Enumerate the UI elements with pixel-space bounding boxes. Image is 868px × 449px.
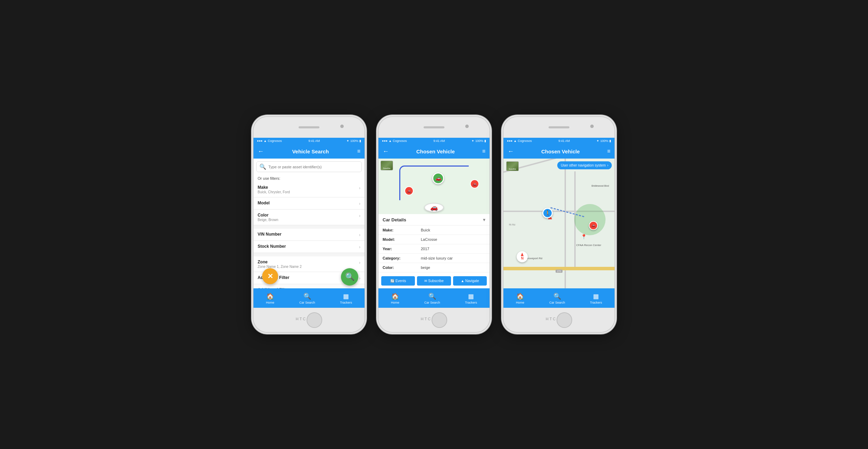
status-time-3: 9:41 AM (558, 139, 570, 143)
tab-trackers-2[interactable]: ▦ Trackers (465, 293, 477, 304)
car-thumbnail: 🚗 (424, 203, 444, 212)
highway-label: 270 (556, 270, 562, 273)
tab-home-3[interactable]: 🏠 Home (516, 293, 524, 304)
detail-value-year: 2017 (421, 247, 429, 251)
tab-home-2[interactable]: 🏠 Home (391, 293, 399, 304)
page-title-3: Chosen Vehicle (541, 149, 580, 154)
carrier-name-3: Cognosos (518, 139, 532, 143)
vehicle-pin-red-2: 🚗 (470, 179, 479, 188)
vehicle-pin-green: 🚗 (432, 172, 444, 184)
tab-bar-2: 🏠 Home 🔍 Car Search ▦ Trackers (378, 288, 490, 308)
filter-make[interactable]: Make Buick, Chrysler, Ford › (253, 182, 365, 197)
tab-trackers-3[interactable]: ▦ Trackers (590, 293, 602, 304)
bluetooth-icon-2: ✦ (471, 139, 474, 143)
navigate-button[interactable]: ▲ Navigate (453, 276, 487, 286)
home-button-3[interactable] (557, 312, 572, 328)
map-area-3: Satellite User other navigation system ›… (503, 159, 615, 288)
filter-model-title: Model (258, 201, 270, 205)
page-title-1: Vehicle Search (292, 149, 329, 154)
tab-trackers-1[interactable]: ▦ Trackers (340, 293, 352, 304)
search-icon-2: 🔍 (428, 293, 436, 300)
action-buttons: 🔄 Events ✉ Subscribe ▲ Navigate (378, 273, 490, 288)
compass-rose: N (517, 251, 528, 262)
status-left: ●●● ▲ Cognosos (257, 139, 282, 143)
detail-row-make: Make: Buick (378, 226, 490, 235)
navigate-label: Navigate (465, 279, 479, 283)
phone-3-speaker (549, 126, 569, 128)
filter-make-title: Make (258, 185, 290, 190)
events-button[interactable]: 🔄 Events (381, 276, 415, 286)
phone-brand-1: htc (296, 317, 307, 321)
tab-trackers-label-1: Trackers (340, 301, 352, 304)
use-other-navigation-button[interactable]: User other navigation system › (557, 161, 612, 169)
battery-level-2: 100% (475, 139, 483, 143)
signal-icon-2: ●●● (382, 139, 387, 143)
detail-label-make: Make: (383, 228, 421, 232)
filter-model-arrow: › (359, 201, 360, 206)
tab-home-label-3: Home (516, 301, 524, 304)
status-right-2: ✦ 100% ▮ (471, 139, 486, 143)
detail-value-make: Buick (421, 228, 430, 232)
search-box[interactable]: 🔍 (256, 161, 362, 172)
bridlewood-label: Bridlewood Blvd (592, 185, 609, 187)
groveport-label: Groveport Rd (526, 257, 542, 260)
menu-button-1[interactable]: ≡ (357, 148, 360, 154)
detail-value-color: beige (421, 265, 430, 270)
trackers-icon-1: ▦ (343, 293, 349, 300)
filter-make-subtitle: Buick, Chrysler, Ford (258, 190, 290, 194)
menu-button-3[interactable]: ≡ (607, 148, 610, 154)
phone-1-bottom: htc (253, 308, 365, 332)
tab-bar-1: 🏠 Home 🔍 Car Search ▦ Trackers (253, 288, 365, 308)
satellite-thumb-2[interactable]: Satellite (381, 161, 393, 170)
fab-search-button[interactable]: 🔍 (341, 268, 358, 286)
filter-additional-2-title: Additional Filter (258, 287, 289, 288)
battery-icon-2: ▮ (484, 139, 486, 143)
search-icon-3: 🔍 (553, 293, 561, 300)
car-details-collapse[interactable]: ▾ (483, 217, 485, 222)
tab-carsearch-2[interactable]: 🔍 Car Search (424, 293, 440, 304)
nav-bar-3: ← Chosen Vehicle ≡ (503, 144, 615, 159)
home-icon-1: 🏠 (266, 293, 274, 300)
tab-carsearch-label-2: Car Search (424, 301, 440, 304)
filter-make-arrow: › (359, 186, 360, 190)
phone-1: ●●● ▲ Cognosos 9:41 AM ✦ 100% ▮ ← Vehicl… (253, 117, 365, 332)
carrier-name: Cognosos (268, 139, 282, 143)
detail-label-model: Model: (383, 237, 421, 242)
battery-level: 100% (350, 139, 358, 143)
map-area-2: Satellite 🚗 🚗 🚗 🚗 (378, 159, 490, 214)
back-button-3[interactable]: ← (508, 148, 514, 155)
wifi-icon-2: ▲ (389, 139, 392, 143)
home-button-1[interactable] (307, 312, 322, 328)
tab-home-1[interactable]: 🏠 Home (266, 293, 274, 304)
filter-color[interactable]: Color Beige, Brown › (253, 210, 365, 225)
fab-cancel-button[interactable]: ✕ (262, 268, 278, 284)
filter-vin-title: VIN Number (258, 232, 282, 237)
search-icon-1: 🔍 (303, 293, 311, 300)
filter-stock-title: Stock Number (258, 244, 286, 249)
tab-carsearch-1[interactable]: 🔍 Car Search (299, 293, 315, 304)
back-button-1[interactable]: ← (258, 148, 264, 155)
detail-label-year: Year: (383, 247, 421, 251)
filter-stock[interactable]: Stock Number › (253, 241, 365, 253)
signal-icon: ●●● (257, 139, 262, 143)
status-bar-3: ●●● ▲ Cognosos 9:41 AM ✦ 100% ▮ (503, 138, 615, 144)
location-marker: 📍 (581, 234, 587, 239)
filter-model[interactable]: Model › (253, 197, 365, 210)
filter-additional-2-arrow: › (359, 288, 360, 288)
back-button-2[interactable]: ← (383, 148, 389, 155)
tab-carsearch-3[interactable]: 🔍 Car Search (549, 293, 565, 304)
phone-3-top (503, 117, 615, 138)
search-input[interactable] (268, 165, 359, 169)
compass-north-label: N (521, 256, 524, 260)
phone-3-camera (590, 125, 594, 128)
phone-2-speaker (424, 126, 444, 128)
home-button-2[interactable] (432, 312, 447, 328)
subscribe-button[interactable]: ✉ Subscribe (417, 276, 451, 286)
satellite-thumb-3[interactable]: Satellite (506, 161, 519, 171)
phone-2-screen: ●●● ▲ Cognosos 9:41 AM ✦ 100% ▮ ← Chosen… (378, 138, 490, 308)
menu-button-2[interactable]: ≡ (482, 148, 485, 154)
phones-container: ●●● ▲ Cognosos 9:41 AM ✦ 100% ▮ ← Vehicl… (253, 117, 615, 332)
filter-vin[interactable]: VIN Number › (253, 229, 365, 241)
phone-2: ●●● ▲ Cognosos 9:41 AM ✦ 100% ▮ ← Chosen… (378, 117, 490, 332)
navigation-button-label: User other navigation system (561, 163, 606, 167)
